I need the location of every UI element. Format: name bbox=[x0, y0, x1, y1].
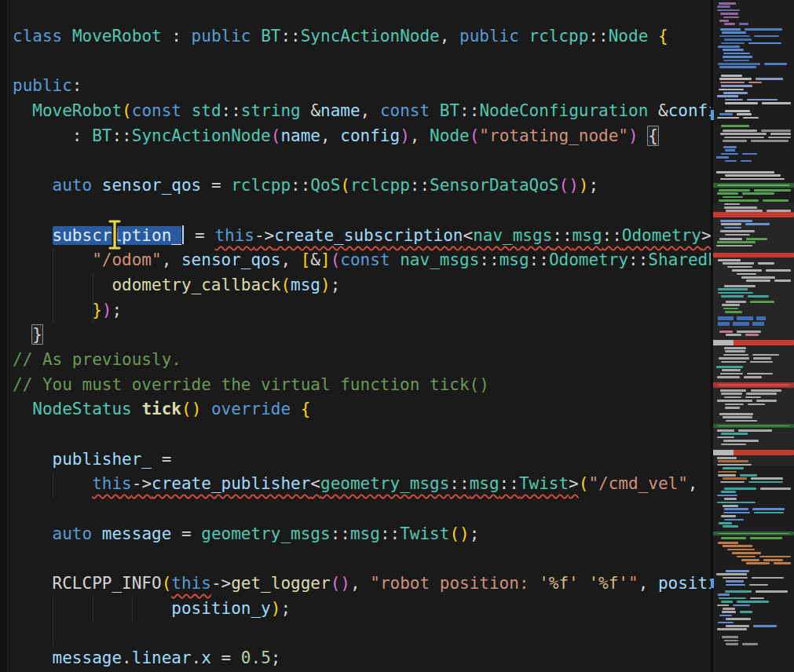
minimap-line bbox=[759, 556, 791, 558]
code-line[interactable]: "/odom", sensor_qos, [&](const nav_msgs:… bbox=[13, 248, 711, 273]
minimap-line bbox=[754, 512, 784, 514]
code-line[interactable]: this->create_publisher<geometry_msgs::ms… bbox=[13, 472, 711, 497]
minimap-line bbox=[738, 429, 772, 432]
code-line[interactable] bbox=[13, 49, 711, 75]
code-token: " bbox=[628, 574, 638, 593]
code-token: ( bbox=[579, 474, 589, 493]
minimap-line bbox=[749, 584, 768, 586]
code-token: :: bbox=[280, 27, 300, 46]
minimap-error-bar bbox=[713, 531, 794, 535]
code-token: ; bbox=[331, 276, 341, 294]
code-line[interactable]: message.linear.x = 0.5; bbox=[13, 646, 711, 671]
code-token: x bbox=[201, 648, 211, 667]
code-token: ( bbox=[122, 101, 132, 120]
code-token bbox=[390, 250, 401, 269]
code-line[interactable] bbox=[13, 546, 711, 572]
code-token: // You must override the virtual functio… bbox=[13, 375, 489, 394]
code-token bbox=[13, 574, 53, 593]
code-token: '%f' bbox=[539, 574, 579, 593]
code-line[interactable]: odometry_callback(msg); bbox=[13, 273, 711, 298]
code-line[interactable] bbox=[13, 497, 711, 522]
code-line[interactable]: }); bbox=[13, 298, 711, 323]
code-token: ( bbox=[340, 176, 350, 195]
code-token: , bbox=[320, 126, 340, 145]
minimap-line bbox=[725, 149, 735, 152]
minimap-error-bar bbox=[713, 183, 794, 188]
minimap-error-bar bbox=[713, 450, 794, 455]
code-line[interactable]: subscription_ = this->create_subscriptio… bbox=[13, 224, 711, 249]
minimap-word-match-mark bbox=[711, 579, 714, 588]
minimap-line bbox=[718, 292, 752, 294]
code-line[interactable]: public: bbox=[13, 74, 711, 99]
code-token: public bbox=[13, 76, 72, 95]
minimap-line bbox=[717, 192, 738, 195]
code-token: ; bbox=[280, 599, 291, 618]
code-token bbox=[13, 101, 32, 120]
code-line[interactable]: RCLCPP_INFO(this->get_logger(), "robot p… bbox=[13, 572, 711, 597]
minimap-line bbox=[725, 174, 781, 177]
minimap-line bbox=[724, 508, 748, 510]
minimap-line bbox=[723, 608, 735, 610]
code-token: rclcpp bbox=[529, 27, 589, 46]
code-token bbox=[181, 101, 192, 120]
code-line[interactable]: auto sensor_qos = rclcpp::QoS(rclcpp::Se… bbox=[13, 173, 711, 199]
code-token: std bbox=[192, 101, 221, 120]
minimap-line bbox=[724, 23, 735, 25]
minimap-line bbox=[718, 46, 740, 48]
code-token: NodeConfiguration bbox=[479, 101, 648, 120]
minimap-line bbox=[747, 99, 778, 101]
code-token: = bbox=[185, 226, 214, 245]
minimap-line bbox=[752, 577, 784, 579]
minimap-line bbox=[745, 223, 769, 225]
code-token: Odometry bbox=[622, 226, 701, 245]
code-token: create_subscription bbox=[274, 226, 463, 245]
minimap-line bbox=[719, 199, 759, 202]
minimap-line bbox=[748, 481, 782, 484]
code-line[interactable]: MoveRobot(const std::string &name, const… bbox=[13, 99, 711, 124]
code-line[interactable]: } bbox=[13, 323, 711, 348]
minimap-line bbox=[719, 413, 752, 415]
code-token: ; bbox=[588, 176, 598, 195]
code-editing-area[interactable]: class MoveRobot : public BT::SyncActionN… bbox=[0, 0, 711, 672]
code-line[interactable]: NodeStatus tick() override { bbox=[13, 397, 711, 422]
code-line[interactable]: auto message = geometry_msgs::msg::Twist… bbox=[13, 522, 711, 547]
code-token: & bbox=[658, 101, 668, 120]
code-line[interactable] bbox=[13, 148, 711, 173]
code-editor-window: class MoveRobot : public BT::SyncActionN… bbox=[0, 0, 794, 672]
minimap-line bbox=[739, 23, 748, 25]
minimap-line bbox=[717, 117, 739, 119]
code-line[interactable] bbox=[13, 422, 711, 447]
minimap-line bbox=[723, 262, 754, 265]
indent-guide-line bbox=[53, 473, 53, 498]
code-line[interactable]: // You must override the virtual functio… bbox=[13, 373, 711, 398]
minimap-line bbox=[724, 38, 752, 41]
minimap-line bbox=[726, 420, 757, 422]
minimap-line bbox=[720, 389, 746, 392]
code-token: rclcpp bbox=[350, 176, 410, 195]
code-token: ) bbox=[192, 400, 202, 418]
minimap-line bbox=[752, 354, 778, 356]
minimap-line bbox=[754, 189, 791, 192]
minimap-line bbox=[725, 407, 740, 409]
code-token: :: bbox=[459, 101, 479, 120]
code-line[interactable] bbox=[13, 622, 711, 647]
code-token: RCLCPP_INFO bbox=[53, 574, 162, 593]
code-line[interactable]: // As previously. bbox=[13, 348, 711, 373]
minimap-line bbox=[724, 227, 741, 229]
minimap-line bbox=[745, 28, 782, 31]
code-token: "robot position: bbox=[370, 574, 539, 593]
minimap[interactable] bbox=[711, 0, 794, 672]
minimap-line bbox=[724, 285, 755, 287]
code-line[interactable]: : BT::SyncActionNode(name, config), Node… bbox=[13, 124, 711, 149]
code-token: = bbox=[171, 524, 201, 543]
code-line[interactable]: publisher_ = bbox=[13, 447, 711, 473]
code-token: , bbox=[350, 574, 370, 593]
minimap-line bbox=[717, 241, 756, 243]
code-token bbox=[62, 27, 72, 46]
minimap-line bbox=[742, 153, 758, 155]
code-line[interactable] bbox=[13, 199, 711, 224]
code-line[interactable]: class MoveRobot : public BT::SyncActionN… bbox=[13, 24, 711, 49]
code-token: publisher_ bbox=[53, 450, 152, 469]
code-line[interactable]: position_y); bbox=[13, 597, 711, 622]
minimap-line bbox=[721, 223, 741, 225]
